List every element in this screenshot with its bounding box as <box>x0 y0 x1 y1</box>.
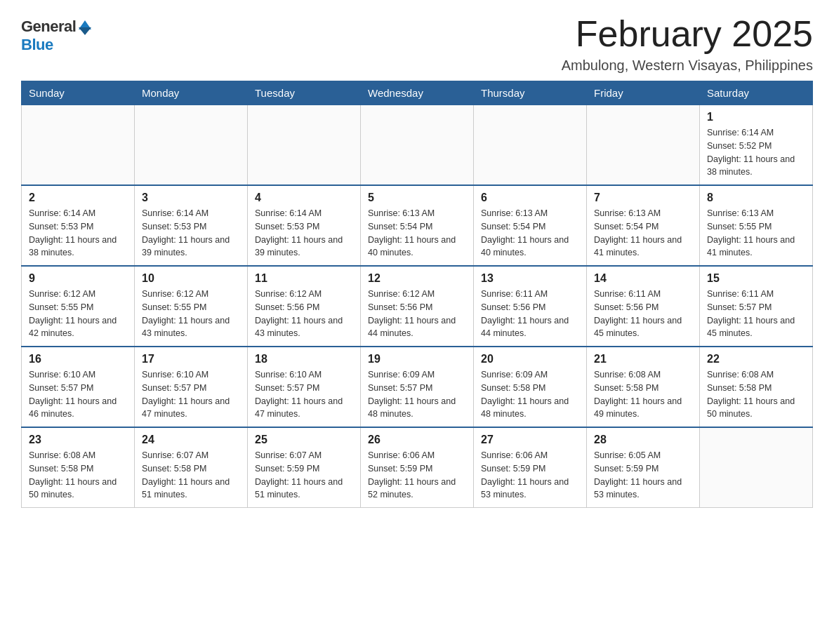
day-info: Sunrise: 6:13 AMSunset: 5:54 PMDaylight:… <box>481 207 579 260</box>
col-saturday: Saturday <box>700 81 813 105</box>
day-number: 6 <box>481 192 579 204</box>
day-number: 25 <box>255 434 353 446</box>
day-number: 24 <box>142 434 240 446</box>
day-info: Sunrise: 6:12 AMSunset: 5:55 PMDaylight:… <box>142 288 240 340</box>
day-info: Sunrise: 6:10 AMSunset: 5:57 PMDaylight:… <box>142 368 240 421</box>
day-number: 16 <box>29 353 127 365</box>
table-row: 16Sunrise: 6:10 AMSunset: 5:57 PMDayligh… <box>22 347 135 427</box>
day-info: Sunrise: 6:11 AMSunset: 5:56 PMDaylight:… <box>481 288 579 340</box>
day-number: 8 <box>707 192 805 204</box>
table-row <box>700 427 813 508</box>
table-row: 19Sunrise: 6:09 AMSunset: 5:57 PMDayligh… <box>361 347 474 427</box>
calendar-week-row: 9Sunrise: 6:12 AMSunset: 5:55 PMDaylight… <box>22 266 813 347</box>
day-number: 26 <box>368 434 466 446</box>
table-row <box>135 105 248 186</box>
table-row: 7Sunrise: 6:13 AMSunset: 5:54 PMDaylight… <box>587 185 700 266</box>
table-row: 23Sunrise: 6:08 AMSunset: 5:58 PMDayligh… <box>22 427 135 508</box>
title-block: February 2025 Ambulong, Western Visayas,… <box>562 14 813 74</box>
table-row: 22Sunrise: 6:08 AMSunset: 5:58 PMDayligh… <box>700 347 813 427</box>
col-monday: Monday <box>135 81 248 105</box>
table-row: 27Sunrise: 6:06 AMSunset: 5:59 PMDayligh… <box>474 427 587 508</box>
table-row <box>22 105 135 186</box>
logo-triangle-bottom <box>79 27 91 35</box>
day-info: Sunrise: 6:13 AMSunset: 5:54 PMDaylight:… <box>368 207 466 260</box>
calendar-title: February 2025 <box>562 14 813 54</box>
day-info: Sunrise: 6:08 AMSunset: 5:58 PMDaylight:… <box>594 368 692 421</box>
table-row: 9Sunrise: 6:12 AMSunset: 5:55 PMDaylight… <box>22 266 135 347</box>
day-number: 1 <box>707 111 805 123</box>
calendar-week-row: 2Sunrise: 6:14 AMSunset: 5:53 PMDaylight… <box>22 185 813 266</box>
table-row: 5Sunrise: 6:13 AMSunset: 5:54 PMDaylight… <box>361 185 474 266</box>
day-info: Sunrise: 6:14 AMSunset: 5:53 PMDaylight:… <box>142 207 240 260</box>
day-number: 9 <box>29 272 127 285</box>
table-row: 1Sunrise: 6:14 AMSunset: 5:52 PMDaylight… <box>700 105 813 186</box>
day-number: 19 <box>368 353 466 365</box>
day-info: Sunrise: 6:13 AMSunset: 5:54 PMDaylight:… <box>594 207 692 260</box>
page-header: General Blue February 2025 Ambulong, Wes… <box>21 14 813 74</box>
day-info: Sunrise: 6:14 AMSunset: 5:53 PMDaylight:… <box>29 207 127 260</box>
day-number: 17 <box>142 353 240 365</box>
table-row: 10Sunrise: 6:12 AMSunset: 5:55 PMDayligh… <box>135 266 248 347</box>
day-info: Sunrise: 6:11 AMSunset: 5:56 PMDaylight:… <box>594 288 692 340</box>
day-info: Sunrise: 6:13 AMSunset: 5:55 PMDaylight:… <box>707 207 805 260</box>
day-info: Sunrise: 6:12 AMSunset: 5:55 PMDaylight:… <box>29 288 127 340</box>
table-row: 28Sunrise: 6:05 AMSunset: 5:59 PMDayligh… <box>587 427 700 508</box>
day-number: 14 <box>594 272 692 285</box>
logo-general-text: General <box>21 18 76 36</box>
table-row: 15Sunrise: 6:11 AMSunset: 5:57 PMDayligh… <box>700 266 813 347</box>
day-info: Sunrise: 6:09 AMSunset: 5:57 PMDaylight:… <box>368 368 466 421</box>
table-row: 17Sunrise: 6:10 AMSunset: 5:57 PMDayligh… <box>135 347 248 427</box>
table-row: 25Sunrise: 6:07 AMSunset: 5:59 PMDayligh… <box>248 427 361 508</box>
day-info: Sunrise: 6:09 AMSunset: 5:58 PMDaylight:… <box>481 368 579 421</box>
day-number: 28 <box>594 434 692 446</box>
day-info: Sunrise: 6:07 AMSunset: 5:59 PMDaylight:… <box>255 449 353 502</box>
table-row: 24Sunrise: 6:07 AMSunset: 5:58 PMDayligh… <box>135 427 248 508</box>
col-sunday: Sunday <box>22 81 135 105</box>
table-row: 14Sunrise: 6:11 AMSunset: 5:56 PMDayligh… <box>587 266 700 347</box>
table-row: 13Sunrise: 6:11 AMSunset: 5:56 PMDayligh… <box>474 266 587 347</box>
table-row: 21Sunrise: 6:08 AMSunset: 5:58 PMDayligh… <box>587 347 700 427</box>
table-row: 4Sunrise: 6:14 AMSunset: 5:53 PMDaylight… <box>248 185 361 266</box>
calendar-header-row: Sunday Monday Tuesday Wednesday Thursday… <box>22 81 813 105</box>
day-info: Sunrise: 6:11 AMSunset: 5:57 PMDaylight:… <box>707 288 805 340</box>
day-number: 13 <box>481 272 579 285</box>
day-number: 7 <box>594 192 692 204</box>
day-info: Sunrise: 6:05 AMSunset: 5:59 PMDaylight:… <box>594 449 692 502</box>
day-number: 11 <box>255 272 353 285</box>
day-info: Sunrise: 6:06 AMSunset: 5:59 PMDaylight:… <box>481 449 579 502</box>
logo: General Blue <box>21 18 91 54</box>
col-tuesday: Tuesday <box>248 81 361 105</box>
day-number: 3 <box>142 192 240 204</box>
day-number: 23 <box>29 434 127 446</box>
day-info: Sunrise: 6:08 AMSunset: 5:58 PMDaylight:… <box>707 368 805 421</box>
day-number: 18 <box>255 353 353 365</box>
day-info: Sunrise: 6:08 AMSunset: 5:58 PMDaylight:… <box>29 449 127 502</box>
day-info: Sunrise: 6:12 AMSunset: 5:56 PMDaylight:… <box>255 288 353 340</box>
day-number: 15 <box>707 272 805 285</box>
day-number: 20 <box>481 353 579 365</box>
table-row: 8Sunrise: 6:13 AMSunset: 5:55 PMDaylight… <box>700 185 813 266</box>
day-number: 21 <box>594 353 692 365</box>
day-info: Sunrise: 6:10 AMSunset: 5:57 PMDaylight:… <box>29 368 127 421</box>
day-number: 12 <box>368 272 466 285</box>
table-row: 26Sunrise: 6:06 AMSunset: 5:59 PMDayligh… <box>361 427 474 508</box>
day-info: Sunrise: 6:14 AMSunset: 5:52 PMDaylight:… <box>707 126 805 179</box>
col-thursday: Thursday <box>474 81 587 105</box>
day-number: 27 <box>481 434 579 446</box>
table-row: 3Sunrise: 6:14 AMSunset: 5:53 PMDaylight… <box>135 185 248 266</box>
col-wednesday: Wednesday <box>361 81 474 105</box>
calendar-table: Sunday Monday Tuesday Wednesday Thursday… <box>21 81 813 508</box>
table-row: 11Sunrise: 6:12 AMSunset: 5:56 PMDayligh… <box>248 266 361 347</box>
table-row <box>474 105 587 186</box>
table-row: 2Sunrise: 6:14 AMSunset: 5:53 PMDaylight… <box>22 185 135 266</box>
day-number: 2 <box>29 192 127 204</box>
day-number: 10 <box>142 272 240 285</box>
table-row: 12Sunrise: 6:12 AMSunset: 5:56 PMDayligh… <box>361 266 474 347</box>
day-info: Sunrise: 6:07 AMSunset: 5:58 PMDaylight:… <box>142 449 240 502</box>
day-number: 22 <box>707 353 805 365</box>
calendar-week-row: 1Sunrise: 6:14 AMSunset: 5:52 PMDaylight… <box>22 105 813 186</box>
table-row <box>587 105 700 186</box>
day-info: Sunrise: 6:10 AMSunset: 5:57 PMDaylight:… <box>255 368 353 421</box>
table-row <box>361 105 474 186</box>
col-friday: Friday <box>587 81 700 105</box>
